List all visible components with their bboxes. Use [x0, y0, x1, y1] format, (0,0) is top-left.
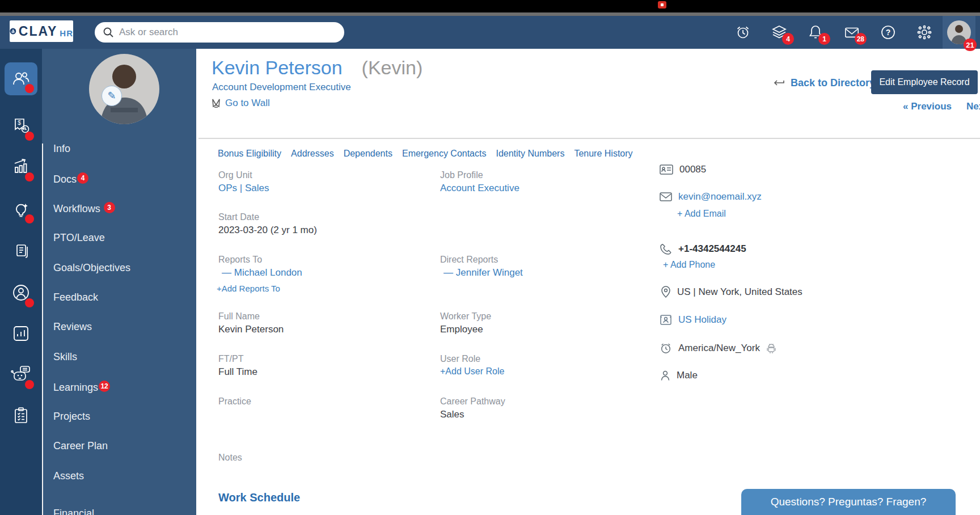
direct-reports-value[interactable]: — Jennifer Winget — [443, 267, 523, 278]
employee-detail-panel: Kevin Peterson(Kevin) Account Developmen… — [196, 49, 980, 515]
notifications-badge: 1 — [818, 33, 830, 45]
id-card-icon — [660, 164, 673, 175]
rail-chatbot-icon[interactable] — [0, 358, 42, 390]
go-to-wall-link[interactable]: Go to Wall — [225, 98, 270, 109]
sidebar-item-goals-objectives[interactable]: Goals/Objectives — [53, 262, 130, 274]
global-search[interactable] — [95, 22, 344, 43]
sidebar-scrollbar[interactable] — [42, 143, 43, 515]
chat-widget-button[interactable]: Questions? Preguntas? Fragen? — [741, 489, 956, 515]
full-name-label: Full Name — [218, 311, 260, 322]
job-profile-label: Job Profile — [440, 170, 483, 180]
user-role-label: User Role — [440, 354, 480, 364]
email-value[interactable]: kevin@noemail.xyz — [678, 191, 762, 202]
help-icon[interactable]: ? — [880, 24, 896, 40]
rail-analytics-chart-icon[interactable] — [0, 318, 42, 349]
workflows-badge: 3 — [104, 202, 115, 213]
edit-employee-record-button[interactable]: Edit Employee Record — [871, 70, 978, 94]
user-avatar-tile[interactable]: 21 — [943, 16, 975, 49]
edit-photo-button[interactable]: ✎ — [102, 86, 122, 106]
tab-bonus-eligibility[interactable]: Bonus Eligibility — [218, 149, 281, 159]
employee-photo[interactable] — [89, 54, 159, 124]
tab-addresses[interactable]: Addresses — [291, 149, 334, 159]
timezone-value: America/New_York — [678, 343, 760, 354]
career-pathway-label: Career Pathway — [440, 396, 505, 407]
employee-id-value: 00085 — [679, 164, 706, 175]
back-to-directory-link[interactable]: Back to Directory — [791, 77, 875, 89]
holiday-calendar-row[interactable]: US Holiday — [660, 314, 726, 326]
clock-icon — [660, 342, 672, 354]
sidebar-item-pto-leave[interactable]: PTO/Leave — [53, 232, 105, 244]
next-link[interactable]: Next » — [966, 101, 980, 112]
go-to-wall-row[interactable]: Go to Wall — [211, 98, 270, 109]
top-header-bar: CLAY HR — [0, 16, 980, 49]
email-row[interactable]: kevin@noemail.xyz — [660, 191, 762, 202]
search-input[interactable] — [119, 27, 336, 38]
holiday-calendar-value[interactable]: US Holiday — [678, 314, 726, 326]
sidebar-item-learnings[interactable]: Learnings12 — [53, 381, 110, 394]
back-to-directory-row[interactable]: Back to Directory — [772, 77, 875, 89]
org-unit-value[interactable]: OPs | Sales — [218, 183, 269, 194]
logo-text-clay: CLAY — [19, 24, 58, 39]
rail-tasks-clipboard-icon[interactable] — [0, 399, 42, 431]
work-schedule-heading: Work Schedule — [218, 491, 300, 504]
clayhr-logo[interactable]: CLAY HR — [10, 20, 73, 42]
ft-pt-label: FT/PT — [218, 354, 243, 364]
rail-people-icon[interactable] — [5, 62, 37, 95]
tab-identity-numbers[interactable]: Identity Numbers — [496, 149, 564, 159]
sidebar-item-career-plan[interactable]: Career Plan — [53, 440, 108, 452]
worker-type-label: Worker Type — [440, 311, 491, 322]
person-icon — [660, 370, 670, 381]
add-user-role-link[interactable]: +Add User Role — [440, 366, 504, 377]
rail-performance-growth-icon[interactable] — [0, 151, 42, 183]
messages-envelope-icon[interactable]: 28 — [844, 24, 860, 40]
svg-text:$: $ — [18, 120, 21, 126]
sidebar-item-docs[interactable]: Docs4 — [53, 172, 88, 185]
return-arrow-icon — [772, 78, 785, 88]
sidebar-item-reviews[interactable]: Reviews — [53, 321, 92, 333]
tab-emergency-contacts[interactable]: Emergency Contacts — [402, 149, 487, 159]
job-profile-value[interactable]: Account Executive — [440, 183, 519, 194]
learnings-badge: 12 — [99, 381, 110, 392]
rail-compensation-icon[interactable]: $ — [0, 110, 42, 142]
sidebar-item-skills[interactable]: Skills — [53, 351, 77, 363]
add-phone-link[interactable]: + Add Phone — [663, 260, 715, 270]
add-email-link[interactable]: + Add Email — [677, 209, 726, 219]
org-unit-label: Org Unit — [218, 170, 252, 180]
layers-icon[interactable]: 4 — [771, 24, 787, 40]
settings-gear-icon[interactable] — [916, 24, 932, 40]
rail-profile-circle-icon[interactable] — [0, 277, 42, 309]
tab-tenure-history[interactable]: Tenure History — [574, 149, 632, 159]
gender-value: Male — [677, 370, 698, 381]
rail-ideas-lightbulb-icon[interactable] — [0, 193, 42, 225]
start-date-value: 2023-03-20 (2 yr 1 mo) — [218, 225, 317, 236]
sidebar-item-projects[interactable]: Projects — [53, 411, 90, 423]
phone-value: +1-4342544245 — [678, 243, 746, 255]
sidebar-item-assets[interactable]: Assets — [53, 470, 84, 482]
sidebar-item-workflows[interactable]: Workflows 3 — [53, 202, 115, 215]
employee-nickname: (Kevin) — [362, 57, 423, 78]
header-icons: 4 1 28 ? — [735, 16, 932, 49]
reports-to-label: Reports To — [218, 255, 262, 265]
career-pathway-value: Sales — [440, 409, 464, 420]
notifications-bell-icon[interactable]: 1 — [808, 24, 823, 40]
sidebar-item-feedback[interactable]: Feedback — [53, 292, 98, 303]
messages-badge: 28 — [855, 33, 867, 45]
sidebar-item-financial[interactable]: Financial — [53, 508, 94, 515]
browser-chrome-bar — [0, 0, 980, 12]
previous-link[interactable]: « Previous — [903, 101, 952, 112]
holiday-badge-icon — [660, 314, 672, 326]
location-row: US | New York, United States — [661, 286, 802, 298]
phone-row: +1-4342544245 — [660, 243, 746, 255]
add-reports-to-link[interactable]: +Add Reports To — [217, 284, 280, 293]
location-pin-icon — [661, 286, 671, 298]
detail-tabs: Bonus Eligibility Addresses Dependents E… — [218, 149, 633, 159]
full-name-value: Kevin Peterson — [218, 324, 284, 335]
sidebar-item-info[interactable]: Info — [53, 143, 70, 155]
alarm-clock-icon[interactable] — [735, 24, 751, 40]
layers-badge: 4 — [782, 33, 794, 45]
rail-documents-icon[interactable] — [0, 235, 42, 267]
alert-dot — [25, 214, 34, 223]
tab-dependents[interactable]: Dependents — [344, 149, 392, 159]
reports-to-value[interactable]: — Michael London — [222, 267, 302, 278]
docs-badge: 4 — [77, 172, 88, 184]
